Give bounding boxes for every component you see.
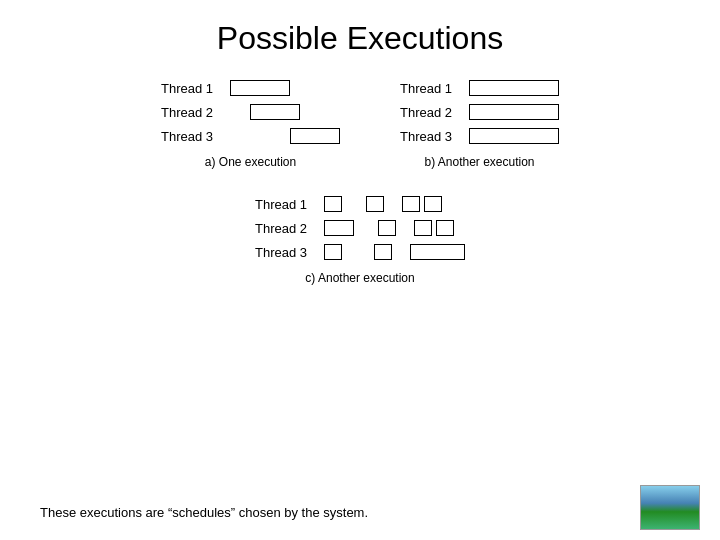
diagram-c-t2-b3 <box>414 220 432 236</box>
diagram-b-thread2-block1 <box>469 104 559 120</box>
diagram-a-caption: a) One execution <box>161 155 340 169</box>
diagram-a-thread3-label: Thread 3 <box>161 129 226 144</box>
diagram-b-thread2-row: Thread 2 <box>400 101 559 123</box>
diagrams-area: Thread 1 Thread 2 Thread 3 a) One execut… <box>40 77 680 285</box>
diagram-b: Thread 1 Thread 2 Thread 3 b) Another ex… <box>400 77 559 169</box>
diagram-a-thread2-block1 <box>250 104 300 120</box>
diagram-c-t1-b1 <box>324 196 342 212</box>
diagram-b-thread1-label: Thread 1 <box>400 81 465 96</box>
diagram-c-thread2-row: Thread 2 <box>255 217 454 239</box>
diagram-c-thread3-row: Thread 3 <box>255 241 465 263</box>
diagram-c-t2-b2 <box>378 220 396 236</box>
diagram-a: Thread 1 Thread 2 Thread 3 a) One execut… <box>161 77 340 169</box>
diagram-b-thread1-row: Thread 1 <box>400 77 559 99</box>
diagram-b-thread2-label: Thread 2 <box>400 105 465 120</box>
thumbnail-image <box>640 485 700 530</box>
diagram-c-caption: c) Another execution <box>255 271 465 285</box>
diagram-c-t3-b2 <box>374 244 392 260</box>
diagram-a-thread3-row: Thread 3 <box>161 125 340 147</box>
diagram-c-thread3-label: Thread 3 <box>255 245 320 260</box>
diagram-a-thread3-block1 <box>290 128 340 144</box>
diagram-c-t1-b4 <box>424 196 442 212</box>
diagram-c-t1-b3 <box>402 196 420 212</box>
diagram-b-thread3-block1 <box>469 128 559 144</box>
diagram-b-thread1-block1 <box>469 80 559 96</box>
diagram-c-thread2-label: Thread 2 <box>255 221 320 236</box>
diagram-b-thread3-row: Thread 3 <box>400 125 559 147</box>
diagram-a-thread1-block1 <box>230 80 290 96</box>
diagram-c: Thread 1 Thread 2 Thread 3 <box>255 193 465 285</box>
diagram-c-t3-b3 <box>410 244 465 260</box>
diagram-c-t2-b1 <box>324 220 354 236</box>
diagram-b-caption: b) Another execution <box>400 155 559 169</box>
diagram-c-t3-b1 <box>324 244 342 260</box>
diagram-c-t1-b2 <box>366 196 384 212</box>
top-diagrams-row: Thread 1 Thread 2 Thread 3 a) One execut… <box>161 77 559 169</box>
diagram-a-thread2-label: Thread 2 <box>161 105 226 120</box>
slide: Possible Executions Thread 1 Thread 2 Th… <box>0 0 720 540</box>
diagram-c-thread1-row: Thread 1 <box>255 193 442 215</box>
diagram-a-thread1-label: Thread 1 <box>161 81 226 96</box>
slide-title: Possible Executions <box>40 20 680 57</box>
footer-text: These executions are “schedules” chosen … <box>40 505 368 520</box>
diagram-b-thread3-label: Thread 3 <box>400 129 465 144</box>
diagram-c-thread1-label: Thread 1 <box>255 197 320 212</box>
diagram-a-thread2-row: Thread 2 <box>161 101 300 123</box>
diagram-a-thread1-row: Thread 1 <box>161 77 290 99</box>
diagram-c-t2-b4 <box>436 220 454 236</box>
